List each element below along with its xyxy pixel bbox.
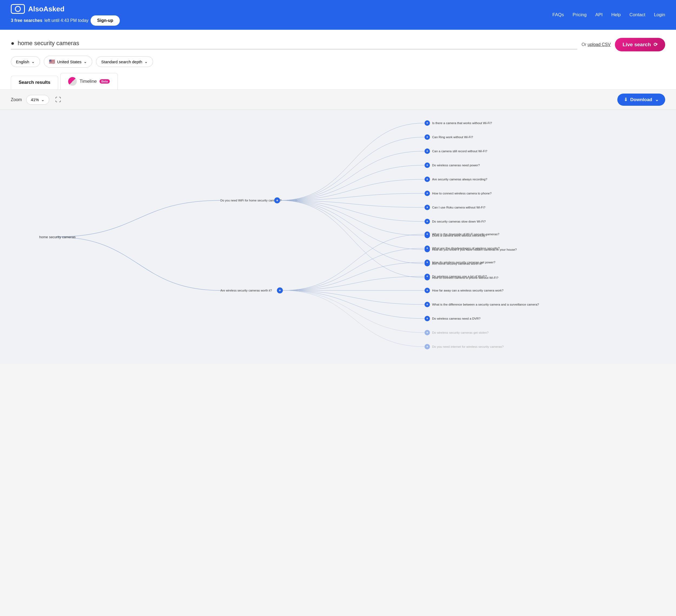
leaf-text: How far away can a wireless security cam… (432, 289, 504, 292)
free-searches-suffix: left until 4:43 PM today (45, 18, 89, 23)
leaf-plus-icon[interactable]: + (425, 344, 430, 349)
logo-area: AlsoAsked (11, 4, 120, 14)
leaf-text: Can Ring work without Wi-Fi? (432, 135, 473, 139)
leaf-text: Are security cameras always recording? (432, 178, 487, 181)
upload-csv-area: Or upload CSV (582, 42, 611, 47)
filters-row: English ⌄ 🇺🇸 United States ⌄ Standard se… (11, 56, 665, 68)
refresh-icon: ⟳ (654, 42, 658, 48)
leaf-item[interactable]: +How far away can a wireless security ca… (425, 288, 504, 293)
leaf-item[interactable]: +Can Ring work without Wi-Fi? (425, 134, 473, 140)
free-searches-count: 3 free searches (11, 18, 43, 23)
leaf-plus-icon[interactable]: + (425, 163, 430, 168)
search-input[interactable] (17, 40, 577, 47)
branch-2-expand[interactable]: + (277, 287, 283, 293)
leaf-item[interactable]: +Do wireless cameras need power? (425, 163, 480, 168)
nav-item-faqs[interactable]: FAQs (552, 12, 564, 17)
leaf-text: Do wireless security cameras get stolen? (432, 331, 489, 334)
upload-csv-link[interactable]: upload CSV (587, 42, 611, 47)
search-bar-row: ● Or upload CSV Live search ⟳ (11, 38, 665, 51)
root-node: home security cameras (39, 235, 75, 239)
tree-svg (5, 115, 671, 358)
nav-item-api[interactable]: API (595, 12, 603, 17)
language-filter[interactable]: English ⌄ (11, 56, 40, 67)
leaf-plus-icon[interactable]: + (425, 316, 430, 321)
leaf-plus-icon[interactable]: + (425, 191, 430, 196)
leaf-plus-icon[interactable]: + (425, 219, 430, 224)
leaf-plus-icon[interactable]: + (425, 177, 430, 182)
leaf-text: How to connect wireless camera to phone? (432, 192, 492, 195)
tab-timeline[interactable]: Timeline Beta (60, 73, 117, 90)
nav-item-login[interactable]: Login (654, 12, 665, 17)
live-search-button[interactable]: Live search ⟳ (615, 38, 665, 51)
leaf-item[interactable]: +Do you need internet for wireless secur… (425, 344, 504, 349)
leaf-plus-icon[interactable]: + (425, 120, 430, 126)
leaf-item[interactable]: +What is the downside of Wi-Fi security … (425, 231, 499, 237)
fullscreen-button[interactable]: ⛶ (54, 95, 63, 105)
nav-item-pricing[interactable]: Pricing (572, 12, 586, 17)
depth-filter[interactable]: Standard search depth ⌄ (96, 56, 153, 67)
region-filter[interactable]: 🇺🇸 United States ⌄ (44, 56, 92, 68)
logo-text: AlsoAsked (28, 5, 64, 13)
signup-button[interactable]: Sign-up (91, 15, 120, 26)
leaf-text: What are the disadvantages of wireless s… (432, 246, 500, 250)
branch-1-label: Do you need WiFi for home security camer… (220, 199, 281, 202)
download-label: Download (630, 97, 652, 103)
logo-icon (11, 4, 25, 14)
chevron-down-icon-zoom: ⌄ (41, 97, 45, 102)
timeline-logo-icon (68, 77, 77, 86)
branch-2-node: Are wireless security cameras worth it? (220, 289, 272, 292)
header: AlsoAsked 3 free searches left until 4:4… (0, 0, 676, 30)
root-label: home security cameras (39, 235, 75, 239)
leaf-plus-icon[interactable]: + (425, 205, 430, 210)
live-search-label: Live search (622, 42, 651, 48)
search-input-wrapper: ● (11, 40, 577, 50)
chevron-down-icon: ⌄ (32, 59, 35, 64)
leaf-plus-icon[interactable]: + (425, 231, 430, 237)
beta-badge: Beta (100, 79, 110, 83)
leaf-text: Do wireless cameras use a lot of Wi-Fi? (432, 275, 487, 278)
leaf-item[interactable]: +Do wireless cameras need a DVR? (425, 316, 481, 321)
branch-1-node: Do you need WiFi for home security camer… (220, 199, 281, 202)
leaf-item[interactable]: +Can I use Roku camera without Wi-Fi? (425, 205, 485, 210)
leaf-plus-icon[interactable]: + (425, 274, 430, 279)
nav-item-help[interactable]: Help (611, 12, 621, 17)
leaf-plus-icon[interactable]: + (425, 330, 430, 335)
zoom-value: 41% (31, 97, 39, 102)
header-left: AlsoAsked 3 free searches left until 4:4… (11, 4, 120, 26)
nav-item-contact[interactable]: Contact (629, 12, 645, 17)
leaf-item[interactable]: +How to connect wireless camera to phone… (425, 191, 492, 196)
branch-1-expand[interactable]: + (274, 198, 280, 203)
chevron-down-icon-download: ⌄ (655, 97, 659, 103)
toolbar: Zoom 41% ⌄ ⛶ ⇓ Download ⌄ (0, 90, 676, 110)
leaf-plus-icon[interactable]: + (425, 245, 430, 251)
leaf-plus-icon[interactable]: + (425, 149, 430, 154)
leaf-text: Do wireless cameras need power? (432, 164, 480, 167)
leaf-text: What is the downside of Wi-Fi security c… (432, 233, 499, 236)
leaf-plus-icon[interactable]: + (425, 134, 430, 140)
tab-search-results[interactable]: Search results (11, 76, 58, 90)
leaf-item[interactable]: +Do wireless cameras use a lot of Wi-Fi? (425, 274, 487, 279)
chevron-down-icon-region: ⌄ (83, 59, 87, 64)
free-searches-bar: 3 free searches left until 4:43 PM today… (11, 15, 120, 26)
search-icon: ● (11, 40, 14, 47)
upload-csv-prefix: Or (582, 42, 587, 47)
leaf-plus-icon[interactable]: + (425, 288, 430, 293)
leaf-text: Can a camera still record without Wi-Fi? (432, 150, 487, 153)
leaf-item[interactable]: +Are security cameras always recording? (425, 177, 487, 182)
leaf-item[interactable]: +Is there a camera that works without Wi… (425, 120, 492, 126)
leaf-plus-icon[interactable]: + (425, 260, 430, 265)
leaf-item[interactable]: +How do wireless security cameras get po… (425, 260, 495, 265)
zoom-button[interactable]: 41% ⌄ (26, 95, 49, 105)
leaf-plus-icon[interactable]: + (425, 302, 430, 307)
download-button[interactable]: ⇓ Download ⌄ (617, 94, 665, 106)
region-label: United States (57, 59, 81, 64)
leaf-item[interactable]: +Do security cameras slow down Wi-Fi? (425, 219, 486, 224)
leaf-item[interactable]: +What are the disadvantages of wireless … (425, 245, 500, 251)
language-label: English (16, 59, 29, 64)
leaf-item[interactable]: +Can a camera still record without Wi-Fi… (425, 149, 487, 154)
fullscreen-icon: ⛶ (55, 96, 61, 103)
leaf-item[interactable]: +What is the difference between a securi… (425, 302, 539, 307)
leaf-item[interactable]: +Do wireless security cameras get stolen… (425, 330, 489, 335)
tabs-area: Search results Timeline Beta (0, 73, 676, 90)
tab-timeline-label: Timeline (79, 79, 97, 84)
